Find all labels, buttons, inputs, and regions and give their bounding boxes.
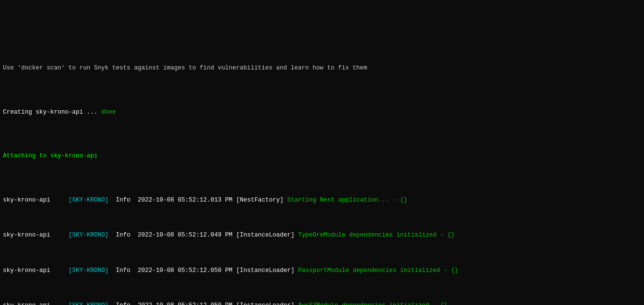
attaching-text: Attaching to sky-krono-api	[3, 152, 98, 160]
snyk-line: Use 'docker scan' to run Snyk tests agai…	[3, 64, 644, 72]
timestamp: 2022-10-08 05:52:12.013 PM	[138, 196, 237, 204]
level: Info	[116, 231, 138, 239]
message: PassportModule dependencies initialized …	[298, 266, 458, 275]
log-line: sky-krono-api [SKY-KRONO] Info 2022-10-0…	[3, 196, 644, 204]
tag: [SKY-KRONO]	[68, 301, 116, 305]
tag: [SKY-KRONO]	[68, 231, 116, 239]
service-name: sky-krono-api	[3, 231, 68, 239]
message: TypeOrmModule dependencies initialized -…	[298, 231, 455, 239]
attaching-line: Attaching to sky-krono-api	[3, 152, 644, 160]
log-line: sky-krono-api [SKY-KRONO] Info 2022-10-0…	[3, 266, 644, 275]
module: [InstanceLoader]	[236, 231, 298, 239]
terminal: Use 'docker scan' to run Snyk tests agai…	[3, 37, 644, 305]
service-name: sky-krono-api	[3, 301, 68, 305]
level: Info	[116, 266, 138, 275]
module: [InstanceLoader]	[236, 301, 298, 305]
module: [InstanceLoader]	[236, 266, 298, 275]
tag: [SKY-KRONO]	[68, 266, 116, 275]
creating-text: Creating sky-krono-api ...	[3, 108, 102, 117]
tag: [SKY-KRONO]	[68, 196, 116, 204]
log-line: sky-krono-api [SKY-KRONO] Info 2022-10-0…	[3, 231, 644, 239]
module: [NestFactory]	[236, 196, 287, 204]
timestamp: 2022-10-08 05:52:12.050 PM	[138, 266, 237, 275]
timestamp: 2022-10-08 05:52:12.049 PM	[138, 231, 237, 239]
timestamp: 2022-10-08 05:52:12.050 PM	[138, 301, 237, 305]
level: Info	[116, 196, 138, 204]
level: Info	[116, 301, 138, 305]
log-line: sky-krono-api [SKY-KRONO] Info 2022-10-0…	[3, 301, 644, 305]
message: AwsS3Module dependencies initialized - {…	[298, 301, 448, 305]
service-name: sky-krono-api	[3, 196, 68, 204]
done-text: done	[102, 108, 116, 117]
service-name: sky-krono-api	[3, 266, 68, 275]
snyk-text: Use 'docker scan' to run Snyk tests agai…	[3, 64, 367, 72]
message: Starting Nest application... - {}	[287, 196, 407, 204]
creating-line: Creating sky-krono-api ... done	[3, 108, 644, 117]
